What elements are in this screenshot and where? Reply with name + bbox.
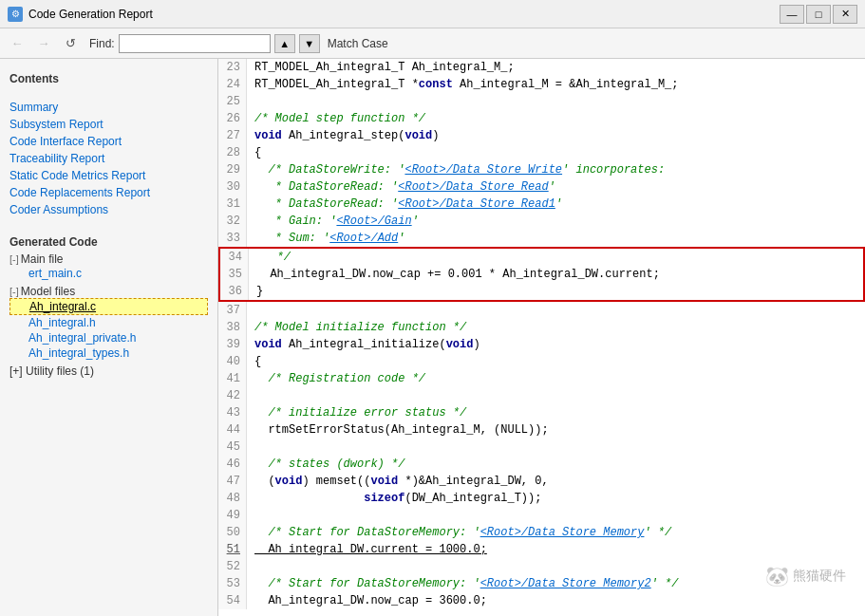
line-content [247,302,865,319]
line-number: 25 [218,93,247,110]
line-content [247,439,865,456]
code-line-37: 37 [218,302,865,319]
code-line-47: 47 (void) memset((void *)&Ah_integral_DW… [218,473,865,490]
model-file-group-header[interactable]: [-] Model files [9,285,208,298]
file-ah-integral-c[interactable]: Ah_integral.c [9,298,208,315]
line-number: 26 [218,110,247,127]
file-ah-integral-h[interactable]: Ah_integral.h [9,315,208,330]
model-file-label: Model files [21,285,75,298]
sidebar-item-code-replacements[interactable]: Code Replacements Report [0,184,217,201]
code-line-33: 33 * Sum: '<Root>/Add' [218,230,865,247]
code-line-29: 29 /* DataStoreWrite: '<Root>/Data Store… [218,161,865,178]
sidebar-item-summary[interactable]: Summary [0,99,217,116]
window-controls: — □ ✕ [780,5,857,24]
match-case-label: Match Case [328,37,388,50]
code-line-51: 51 Ah_integral_DW.current = 1000.0; [218,541,865,558]
line-content: /* initialize error status */ [247,404,865,421]
line-content: rtmSetErrorStatus(Ah_integral_M, (NULL))… [247,421,865,439]
file-ert-main[interactable]: ert_main.c [9,266,208,281]
line-content [247,93,865,110]
line-content: */ [249,249,863,266]
code-area[interactable]: 23RT_MODEL_Ah_integral_T Ah_integral_M_;… [218,59,865,616]
line-number: 52 [218,558,247,575]
code-line-44: 44 rtmSetErrorStatus(Ah_integral_M, (NUL… [218,421,865,439]
find-input[interactable] [119,34,271,53]
line-number: 37 [218,302,247,319]
minimize-button[interactable]: — [780,5,804,24]
code-line-25: 25 [218,93,865,110]
code-line-23: 23RT_MODEL_Ah_integral_T Ah_integral_M_; [218,59,865,76]
line-number: 44 [218,421,247,439]
find-next-button[interactable]: ▼ [299,34,320,53]
line-number: 54 [218,592,247,609]
find-label: Find: [89,37,115,50]
code-line-48: 48 sizeof(DW_Ah_integral_T)); [218,490,865,507]
line-number: 53 [218,575,247,592]
maximize-button[interactable]: □ [806,5,831,24]
generated-code-title: Generated Code [9,235,208,249]
line-number: 38 [218,319,247,336]
sidebar-item-coder-assumptions[interactable]: Coder Assumptions [0,201,217,218]
close-button[interactable]: ✕ [833,5,857,24]
file-ah-integral-types-h[interactable]: Ah_integral_types.h [9,345,208,361]
line-content: * DataStoreRead: '<Root>/Data Store Read… [247,196,865,213]
line-content: void Ah_integral_initialize(void) [247,336,865,353]
code-line-32: 32 * Gain: '<Root>/Gain' [218,213,865,230]
main-file-group-header[interactable]: [-] Main file [9,252,208,266]
sidebar-item-code-interface[interactable]: Code Interface Report [0,133,217,150]
forward-button[interactable]: → [32,33,55,54]
sidebar-item-static-code-metrics[interactable]: Static Code Metrics Report [0,167,217,184]
line-content: } [249,283,863,300]
line-number: 40 [218,353,247,370]
line-content: Ah_integral_DW.current = 1000.0; [247,541,865,558]
code-line-28: 28{ [218,144,865,161]
line-content: RT_MODEL_Ah_integral_T Ah_integral_M_; [247,59,865,76]
back-button[interactable]: ← [6,33,28,54]
line-content: /* Model initialize function */ [247,319,865,336]
code-line-35: 35 Ah_integral_DW.now_cap += 0.001 * Ah_… [220,266,863,283]
sidebar-item-traceability[interactable]: Traceability Report [0,150,217,167]
line-number: 35 [220,266,249,283]
code-line-26: 26/* Model step function */ [218,110,865,127]
line-content: { [247,144,865,161]
code-line-50: 50 /* Start for DataStoreMemory: '<Root>… [218,524,865,541]
app-icon: ⚙ [8,7,23,22]
line-content [247,387,865,404]
line-content: * DataStoreRead: '<Root>/Data Store Read… [247,178,865,196]
line-content: (void) memset((void *)&Ah_integral_DW, 0… [247,473,865,490]
code-line-27: 27void Ah_integral_step(void) [218,127,865,144]
line-content: /* Model step function */ [247,110,865,127]
code-line-54: 54 Ah_integral_DW.now_cap = 3600.0; [218,592,865,609]
line-number: 47 [218,473,247,490]
title-bar: ⚙ Code Generation Report — □ ✕ [0,0,865,28]
line-number: 49 [218,507,247,524]
sidebar-item-subsystem-report[interactable]: Subsystem Report [0,116,217,133]
line-number: 51 [218,541,247,558]
line-content: Ah_integral_DW.now_cap += 0.001 * Ah_int… [249,266,863,283]
line-number: 23 [218,59,247,76]
line-content: /* Registration code */ [247,370,865,387]
code-line-31: 31 * DataStoreRead: '<Root>/Data Store R… [218,196,865,213]
line-number: 29 [218,161,247,178]
code-line-43: 43 /* initialize error status */ [218,404,865,421]
line-number: 32 [218,213,247,230]
line-number: 43 [218,404,247,421]
line-number: 42 [218,387,247,404]
line-number: 45 [218,439,247,456]
line-content [247,507,865,524]
find-prev-button[interactable]: ▲ [274,34,295,53]
line-content [247,558,865,575]
line-number: 48 [218,490,247,507]
line-content: void Ah_integral_step(void) [247,127,865,144]
utility-file-group-header[interactable]: [+] Utility files (1) [9,364,208,378]
line-content: RT_MODEL_Ah_integral_T *const Ah_integra… [247,76,865,93]
line-number: 34 [220,249,249,266]
code-line-40: 40{ [218,353,865,370]
line-content: * Gain: '<Root>/Gain' [247,213,865,230]
refresh-button[interactable]: ↺ [59,33,82,54]
contents-title: Contents [0,66,217,89]
code-line-34: 34 */ [220,249,863,266]
file-ah-integral-private-h[interactable]: Ah_integral_private.h [9,330,208,345]
code-line-42: 42 [218,387,865,404]
model-file-group: [-] Model files Ah_integral.c Ah_integra… [9,285,208,361]
